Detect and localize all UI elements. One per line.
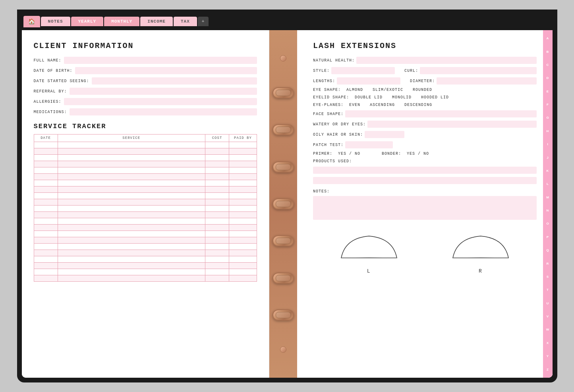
- tracker-cell[interactable]: [229, 231, 257, 237]
- tracker-cell[interactable]: [34, 231, 58, 237]
- tab-home[interactable]: 🏠: [23, 16, 40, 27]
- tracker-cell[interactable]: [205, 161, 229, 167]
- natural-health-field[interactable]: [356, 57, 536, 64]
- patch-field[interactable]: [345, 141, 393, 148]
- tracker-cell[interactable]: [58, 237, 205, 244]
- tracker-cell[interactable]: [34, 225, 58, 231]
- tracker-cell[interactable]: [58, 148, 205, 155]
- tracker-cell[interactable]: [58, 167, 205, 174]
- tracker-cell[interactable]: [205, 275, 229, 282]
- tracker-cell[interactable]: [34, 155, 58, 161]
- referral-field[interactable]: [70, 88, 257, 95]
- tracker-cell[interactable]: [58, 193, 205, 199]
- tracker-cell[interactable]: [34, 244, 58, 250]
- tracker-cell[interactable]: [205, 218, 229, 225]
- tracker-cell[interactable]: [205, 237, 229, 244]
- tracker-cell[interactable]: [229, 199, 257, 206]
- tracker-cell[interactable]: [34, 180, 58, 186]
- style-field[interactable]: [331, 67, 395, 74]
- tracker-cell[interactable]: [58, 174, 205, 180]
- tracker-cell[interactable]: [229, 263, 257, 269]
- tracker-cell[interactable]: [205, 148, 229, 155]
- tracker-cell[interactable]: [229, 212, 257, 218]
- tracker-cell[interactable]: [58, 244, 205, 250]
- tracker-cell[interactable]: [58, 275, 205, 282]
- tracker-cell[interactable]: [229, 186, 257, 193]
- products-field-2[interactable]: [313, 177, 537, 184]
- tracker-cell[interactable]: [34, 206, 58, 212]
- tracker-cell[interactable]: [205, 155, 229, 161]
- tracker-cell[interactable]: [34, 161, 58, 167]
- tracker-cell[interactable]: [58, 231, 205, 237]
- tracker-cell[interactable]: [229, 167, 257, 174]
- tracker-cell[interactable]: [229, 206, 257, 212]
- tracker-cell[interactable]: [229, 174, 257, 180]
- full-name-field[interactable]: [64, 57, 257, 64]
- tracker-cell[interactable]: [34, 218, 58, 225]
- tracker-cell[interactable]: [229, 244, 257, 250]
- diameter-field[interactable]: [437, 77, 536, 85]
- tracker-cell[interactable]: [58, 199, 205, 206]
- tracker-cell[interactable]: [205, 199, 229, 206]
- tracker-cell[interactable]: [58, 206, 205, 212]
- tracker-cell[interactable]: [34, 186, 58, 193]
- tracker-cell[interactable]: [34, 199, 58, 206]
- tracker-cell[interactable]: [229, 256, 257, 263]
- tracker-cell[interactable]: [58, 250, 205, 256]
- allergies-field[interactable]: [64, 98, 257, 105]
- tracker-cell[interactable]: [58, 256, 205, 263]
- tracker-cell[interactable]: [34, 269, 58, 275]
- tracker-cell[interactable]: [229, 218, 257, 225]
- tracker-cell[interactable]: [205, 180, 229, 186]
- tracker-cell[interactable]: [229, 275, 257, 282]
- tracker-cell[interactable]: [34, 174, 58, 180]
- tracker-cell[interactable]: [229, 148, 257, 155]
- tracker-cell[interactable]: [34, 275, 58, 282]
- tracker-cell[interactable]: [229, 225, 257, 231]
- tracker-cell[interactable]: [229, 180, 257, 186]
- tracker-cell[interactable]: [205, 142, 229, 148]
- tracker-cell[interactable]: [34, 142, 58, 148]
- tracker-cell[interactable]: [58, 161, 205, 167]
- tracker-cell[interactable]: [58, 225, 205, 231]
- tab-monthly[interactable]: MONTHLY: [104, 17, 139, 26]
- tracker-cell[interactable]: [34, 256, 58, 263]
- tab-income[interactable]: INCOME: [140, 17, 173, 26]
- tab-tax[interactable]: TAX: [174, 17, 197, 26]
- tracker-cell[interactable]: [34, 263, 58, 269]
- tracker-cell[interactable]: [34, 148, 58, 155]
- tracker-cell[interactable]: [205, 212, 229, 218]
- lengths-field[interactable]: [337, 77, 400, 85]
- tab-notes[interactable]: NOTES: [41, 17, 70, 26]
- tab-yearly[interactable]: YEARLY: [71, 17, 104, 26]
- tracker-cell[interactable]: [229, 161, 257, 167]
- tab-add[interactable]: +: [198, 17, 209, 26]
- tracker-cell[interactable]: [205, 231, 229, 237]
- tracker-cell[interactable]: [58, 155, 205, 161]
- tracker-cell[interactable]: [205, 256, 229, 263]
- tracker-cell[interactable]: [229, 237, 257, 244]
- watery-field[interactable]: [367, 121, 536, 128]
- tracker-cell[interactable]: [229, 193, 257, 199]
- tracker-cell[interactable]: [58, 269, 205, 275]
- tracker-cell[interactable]: [229, 155, 257, 161]
- tracker-cell[interactable]: [205, 167, 229, 174]
- tracker-cell[interactable]: [34, 167, 58, 174]
- face-shape-field[interactable]: [345, 110, 536, 117]
- curl-field[interactable]: [420, 67, 536, 74]
- products-field[interactable]: [313, 167, 537, 174]
- dob-field[interactable]: [75, 67, 257, 74]
- tracker-cell[interactable]: [205, 225, 229, 231]
- tracker-cell[interactable]: [205, 244, 229, 250]
- tracker-cell[interactable]: [205, 186, 229, 193]
- tracker-cell[interactable]: [34, 212, 58, 218]
- tracker-cell[interactable]: [58, 186, 205, 193]
- tracker-cell[interactable]: [205, 174, 229, 180]
- tracker-cell[interactable]: [34, 250, 58, 256]
- tracker-cell[interactable]: [229, 142, 257, 148]
- notes-field[interactable]: [313, 196, 537, 220]
- date-started-field[interactable]: [92, 77, 257, 85]
- oily-field[interactable]: [365, 131, 404, 138]
- tracker-cell[interactable]: [34, 237, 58, 244]
- tracker-cell[interactable]: [205, 269, 229, 275]
